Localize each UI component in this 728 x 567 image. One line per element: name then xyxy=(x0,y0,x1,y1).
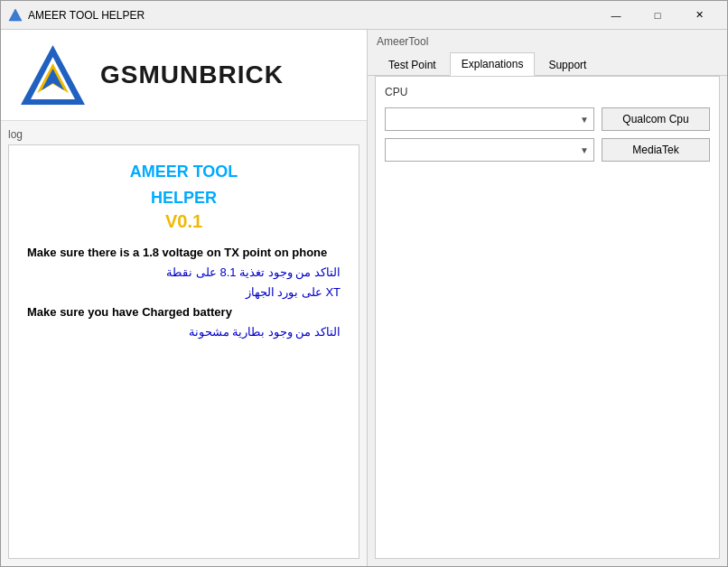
tab-support[interactable]: Support xyxy=(537,52,598,76)
log-title-line1: AMEER TOOL xyxy=(27,159,341,185)
svg-marker-0 xyxy=(9,9,22,21)
log-box: AMEER TOOL HELPER V0.1 Make sure there i… xyxy=(8,144,359,559)
maximize-button[interactable]: □ xyxy=(637,1,678,30)
main-content: GSMUNBRICK log AMEER TOOL HELPER V0.1 Ma… xyxy=(1,30,727,566)
mediatek-dropdown-wrapper: ▼ xyxy=(385,138,594,162)
qualcom-dropdown[interactable] xyxy=(385,107,594,131)
cpu-section-label: CPU xyxy=(385,86,710,98)
log-version: V0.1 xyxy=(27,211,341,232)
log-line-2: التاكد من وجود تغذية 1.8 على نقطة xyxy=(27,263,341,283)
brand-name: GSMUNBRICK xyxy=(100,60,284,89)
log-section: log AMEER TOOL HELPER V0.1 Make sure the… xyxy=(1,121,367,566)
title-bar: AMEER TOOL HELPER — □ ✕ xyxy=(1,1,727,30)
cpu-row-mediatek: ▼ MediaTek xyxy=(385,138,710,162)
log-line-3: TX على بورد الجهاز xyxy=(27,283,341,302)
log-line-1: Make sure there is a 1.8 voltage on TX p… xyxy=(27,243,341,263)
tab-content-explanations: CPU ▼ Qualcom Cpu xyxy=(375,76,720,559)
tabs-container: Test Point Explanations Support xyxy=(368,48,727,76)
tab-test-point[interactable]: Test Point xyxy=(377,52,448,76)
log-line-5: التاكد من وجود بطارية مشحونة xyxy=(27,322,341,342)
right-panel: AmeerTool Test Point Explanations Suppor… xyxy=(367,30,727,566)
qualcom-dropdown-wrapper: ▼ xyxy=(385,107,594,131)
window-controls: — □ ✕ xyxy=(595,1,720,30)
logo-image xyxy=(19,43,87,107)
main-window: AMEER TOOL HELPER — □ ✕ xyxy=(0,0,728,567)
log-title-line2: HELPER xyxy=(27,185,341,211)
log-line-4: Make sure you have Charged battery xyxy=(27,302,341,322)
minimize-button[interactable]: — xyxy=(595,1,637,30)
mediatek-button[interactable]: MediaTek xyxy=(602,138,710,162)
title-bar-text: AMEER TOOL HELPER xyxy=(28,9,595,22)
left-panel: GSMUNBRICK log AMEER TOOL HELPER V0.1 Ma… xyxy=(1,30,367,566)
qualcom-cpu-button[interactable]: Qualcom Cpu xyxy=(602,107,710,131)
close-button[interactable]: ✕ xyxy=(678,1,720,30)
ameer-tool-header: AmeerTool xyxy=(368,30,727,48)
app-icon xyxy=(8,8,23,23)
logo-area: GSMUNBRICK xyxy=(1,30,367,121)
cpu-row-qualcom: ▼ Qualcom Cpu xyxy=(385,107,710,131)
mediatek-dropdown[interactable] xyxy=(385,138,594,162)
tab-explanations[interactable]: Explanations xyxy=(450,52,536,76)
log-label: log xyxy=(8,128,359,141)
